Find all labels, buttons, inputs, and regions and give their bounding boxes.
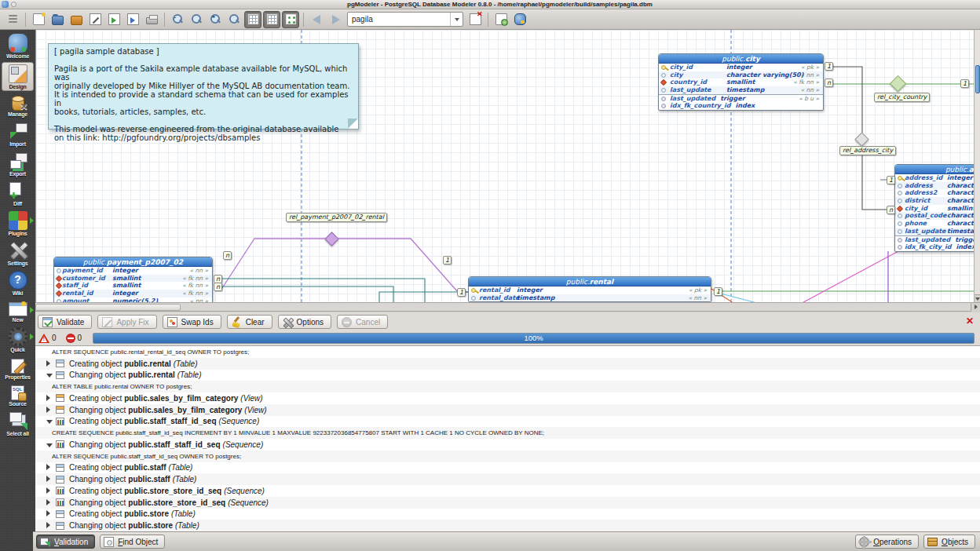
relationship-label[interactable]: rel_payment_p2007_02_rental: [286, 213, 387, 222]
sidebar-item-quick[interactable]: Quick: [2, 326, 34, 353]
window-menu-icon[interactable]: [11, 2, 16, 7]
about-pgmodeler-button[interactable]: [511, 11, 528, 28]
validation-sql-row[interactable]: ALTER SEQUENCE public.rental_rental_id_s…: [35, 346, 980, 358]
vertical-scrollbar-thumb[interactable]: [975, 65, 980, 93]
validation-object-row[interactable]: Creating objectpublic.rental(Table): [35, 358, 980, 370]
open-model-button[interactable]: [49, 11, 66, 28]
expand-icon[interactable]: [46, 498, 53, 507]
relationship-line-payment-customer[interactable]: [221, 279, 425, 302]
validation-object-row[interactable]: Changing objectpublic.staff(Table): [35, 473, 980, 485]
validation-object-row[interactable]: Creating objectpublic.store_store_id_seq…: [35, 485, 980, 497]
previous-model-button[interactable]: [308, 11, 325, 28]
model-note[interactable]: [ pagila sample database ] Pagila is a p…: [48, 43, 359, 130]
sidebar-item-welcome[interactable]: Welcome: [2, 32, 34, 60]
table-payment_p2007_02[interactable]: public.payment_p2007_02payment_idinteger…: [53, 257, 213, 302]
expand-icon[interactable]: [46, 521, 53, 530]
apply-fix-button[interactable]: Apply Fix: [97, 315, 156, 329]
scroll-right-button[interactable]: [971, 303, 980, 312]
validation-object-row[interactable]: Creating objectpublic.sales_by_film_cate…: [35, 392, 980, 404]
plugins-toolbar-button[interactable]: [492, 11, 510, 28]
close-model-button[interactable]: [466, 11, 484, 28]
show-grid-button[interactable]: [244, 11, 261, 28]
table-city[interactable]: public.citycity_idinteger« pk »citychara…: [658, 53, 824, 111]
close-panel-icon[interactable]: ✕: [966, 316, 974, 326]
relationship-line-magenta[interactable]: [786, 251, 898, 302]
sidebar-item-source[interactable]: Source: [2, 383, 34, 407]
new-model-button[interactable]: [30, 11, 47, 28]
validation-object-row[interactable]: Creating objectpublic.staff(Table): [35, 462, 980, 474]
validation-sql-row[interactable]: CREATE SEQUENCE public.staff_staff_id_se…: [35, 427, 980, 439]
cancel-button[interactable]: Cancel: [337, 315, 388, 329]
collapse-icon[interactable]: [46, 417, 53, 425]
sidebar-item-design[interactable]: Design: [2, 62, 34, 91]
operations-button[interactable]: Operations: [855, 535, 919, 549]
relationship-line-rental-branch[interactable]: [379, 292, 468, 302]
sidebar-item-import[interactable]: Import: [2, 120, 34, 148]
print-button[interactable]: [143, 11, 160, 28]
edit-model-button[interactable]: [86, 11, 104, 28]
expand-icon[interactable]: [46, 487, 53, 495]
sidebar-item-diff[interactable]: Diff: [2, 180, 34, 207]
sidebar: WelcomeDesignManageImportExportDiffPlugi…: [0, 30, 35, 551]
sidebar-item-select-all[interactable]: Select all: [2, 410, 34, 437]
sidebar-item-manage[interactable]: Manage: [2, 93, 34, 118]
swap-ids-button[interactable]: Swap Ids: [163, 315, 221, 329]
relationship-label[interactable]: rel_city_country: [874, 93, 930, 102]
sidebar-item-wiki[interactable]: Wiki: [2, 269, 34, 297]
canvas-vertical-scrollbar[interactable]: [974, 30, 980, 302]
relationship-line-lightblue[interactable]: [718, 293, 790, 302]
validation-sql-row[interactable]: ALTER SEQUENCE public.staff_staff_id_seq…: [35, 451, 980, 462]
relationship-line-payment-rental[interactable]: [221, 239, 468, 292]
expand-icon[interactable]: [46, 394, 53, 403]
table-address[interactable]: public.addressaddress_idinteger« pk »add…: [894, 164, 980, 252]
model-canvas[interactable]: [ pagila sample database ] Pagila is a p…: [35, 30, 980, 302]
canvas-horizontal-scrollbar[interactable]: [35, 302, 980, 312]
expand-icon[interactable]: [46, 463, 53, 472]
sidebar-item-new[interactable]: New: [2, 299, 34, 323]
clear-button[interactable]: Clear: [227, 315, 272, 329]
validation-sql-row[interactable]: ALTER TABLE public.rental OWNER TO postg…: [35, 381, 980, 392]
save-model-button[interactable]: [68, 11, 85, 28]
zoom-in-button[interactable]: +: [207, 11, 224, 28]
cardinality-badge: 1: [714, 287, 722, 296]
validation-object-row[interactable]: Creating objectpublic.store(Table): [35, 509, 980, 520]
validation-object-row[interactable]: Changing objectpublic.store_store_id_seq…: [35, 497, 980, 509]
horizontal-scrollbar-thumb[interactable]: [35, 304, 181, 311]
main-menu-button[interactable]: [4, 11, 21, 28]
sidebar-item-export[interactable]: Export: [2, 150, 34, 177]
validation-object-row[interactable]: Changing objectpublic.sales_by_film_cate…: [35, 404, 980, 416]
next-model-button[interactable]: [327, 11, 344, 28]
expand-icon[interactable]: [46, 359, 53, 368]
sidebar-item-plugins[interactable]: Plugins: [2, 210, 34, 237]
expand-icon[interactable]: [46, 475, 53, 483]
titlebar[interactable]: pgModeler - PostgreSQL Database Modeler …: [0, 0, 980, 9]
scroll-down-button[interactable]: [975, 294, 980, 302]
validate-button[interactable]: Validate: [38, 315, 92, 329]
page-delimiters-button[interactable]: [282, 11, 299, 28]
objects-button[interactable]: Objects: [923, 535, 975, 549]
export-image-button[interactable]: [105, 11, 122, 28]
table-rental[interactable]: public.rentalrental_idinteger« pk »renta…: [468, 276, 711, 302]
model-combobox[interactable]: pagila: [347, 12, 463, 27]
snap-grid-button[interactable]: [263, 11, 280, 28]
zoom-history-button[interactable]: [225, 11, 243, 28]
zoom-normal-button[interactable]: [188, 11, 205, 28]
find-object-button[interactable]: Find Object: [100, 535, 165, 549]
validation-tab-button[interactable]: Validation: [36, 535, 95, 549]
zoom-out-button[interactable]: -: [169, 11, 186, 28]
options-button[interactable]: Options: [278, 315, 331, 329]
sidebar-item-settings[interactable]: Settings: [2, 239, 34, 267]
validation-object-row[interactable]: Changing objectpublic.store(Table): [35, 520, 980, 531]
expand-icon[interactable]: [46, 406, 53, 414]
collapse-icon[interactable]: [46, 440, 53, 449]
expand-icon[interactable]: [46, 509, 53, 518]
relationship-label[interactable]: rel_address_city: [839, 146, 896, 155]
validation-object-row[interactable]: Changing objectpublic.staff_staff_id_seq…: [35, 439, 980, 451]
sidebar-item-properties[interactable]: Properties: [2, 356, 34, 381]
validation-operations-list[interactable]: ALTER SEQUENCE public.rental_rental_id_s…: [35, 345, 980, 531]
collapse-icon[interactable]: [46, 370, 53, 379]
validation-object-row[interactable]: Creating objectpublic.staff_staff_id_seq…: [35, 416, 980, 428]
export-sql-button[interactable]: [124, 11, 141, 28]
relationship-line-payment-staff[interactable]: [221, 286, 393, 302]
validation-object-row[interactable]: Changing objectpublic.rental(Table): [35, 370, 980, 381]
